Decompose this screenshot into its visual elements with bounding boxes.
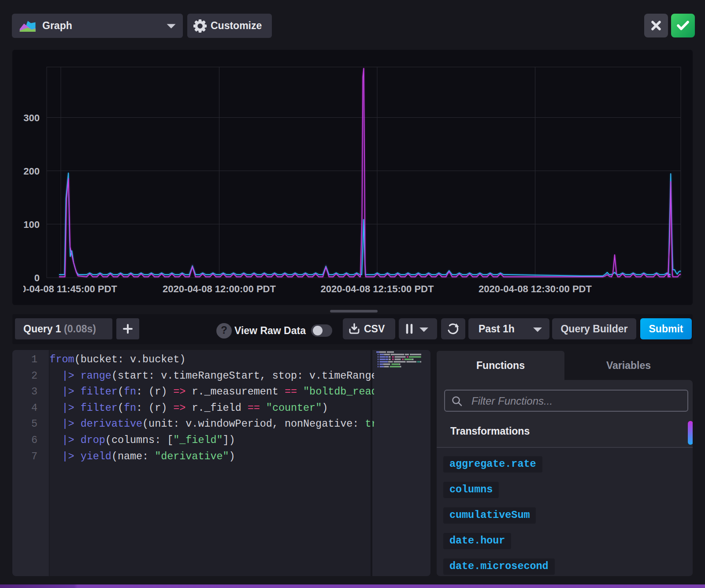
svg-text:0: 0: [34, 272, 40, 283]
svg-text:100: 100: [23, 219, 40, 230]
svg-text:2020-04-08 12:30:00 PDT: 2020-04-08 12:30:00 PDT: [479, 283, 592, 294]
svg-text:2020-04-08 12:00:00 PDT: 2020-04-08 12:00:00 PDT: [163, 283, 276, 294]
svg-text:300: 300: [23, 112, 40, 123]
svg-text:2020-04-08 12:15:00 PDT: 2020-04-08 12:15:00 PDT: [321, 283, 434, 294]
svg-text:200: 200: [23, 166, 40, 177]
svg-text:2020-04-08 11:45:00 PDT: 2020-04-08 11:45:00 PDT: [12, 283, 117, 294]
